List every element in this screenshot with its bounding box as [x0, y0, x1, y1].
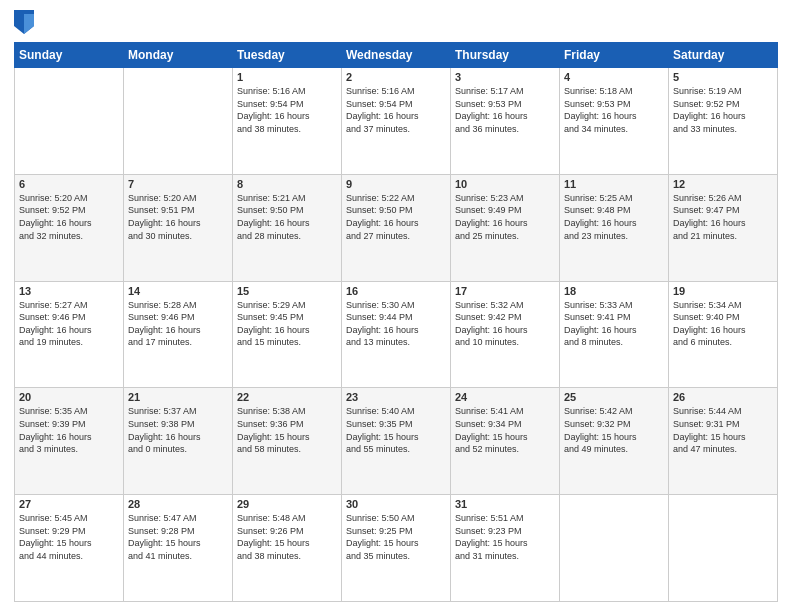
cell-content: Sunrise: 5:17 AM Sunset: 9:53 PM Dayligh… — [455, 85, 555, 135]
day-number: 26 — [673, 391, 773, 403]
calendar-header-row: SundayMondayTuesdayWednesdayThursdayFrid… — [15, 43, 778, 68]
day-number: 20 — [19, 391, 119, 403]
day-header-tuesday: Tuesday — [233, 43, 342, 68]
cell-content: Sunrise: 5:16 AM Sunset: 9:54 PM Dayligh… — [237, 85, 337, 135]
day-number: 2 — [346, 71, 446, 83]
calendar-cell: 2Sunrise: 5:16 AM Sunset: 9:54 PM Daylig… — [342, 68, 451, 175]
calendar-cell: 7Sunrise: 5:20 AM Sunset: 9:51 PM Daylig… — [124, 174, 233, 281]
day-number: 19 — [673, 285, 773, 297]
calendar-week-2: 6Sunrise: 5:20 AM Sunset: 9:52 PM Daylig… — [15, 174, 778, 281]
calendar-cell: 16Sunrise: 5:30 AM Sunset: 9:44 PM Dayli… — [342, 281, 451, 388]
cell-content: Sunrise: 5:18 AM Sunset: 9:53 PM Dayligh… — [564, 85, 664, 135]
cell-content: Sunrise: 5:16 AM Sunset: 9:54 PM Dayligh… — [346, 85, 446, 135]
day-number: 31 — [455, 498, 555, 510]
page: SundayMondayTuesdayWednesdayThursdayFrid… — [0, 0, 792, 612]
logo-icon — [14, 10, 34, 34]
calendar-cell: 1Sunrise: 5:16 AM Sunset: 9:54 PM Daylig… — [233, 68, 342, 175]
cell-content: Sunrise: 5:40 AM Sunset: 9:35 PM Dayligh… — [346, 405, 446, 455]
day-number: 8 — [237, 178, 337, 190]
day-number: 6 — [19, 178, 119, 190]
day-number: 16 — [346, 285, 446, 297]
calendar-cell: 24Sunrise: 5:41 AM Sunset: 9:34 PM Dayli… — [451, 388, 560, 495]
calendar-cell: 23Sunrise: 5:40 AM Sunset: 9:35 PM Dayli… — [342, 388, 451, 495]
day-number: 30 — [346, 498, 446, 510]
day-header-friday: Friday — [560, 43, 669, 68]
cell-content: Sunrise: 5:37 AM Sunset: 9:38 PM Dayligh… — [128, 405, 228, 455]
calendar-cell — [15, 68, 124, 175]
cell-content: Sunrise: 5:22 AM Sunset: 9:50 PM Dayligh… — [346, 192, 446, 242]
day-number: 18 — [564, 285, 664, 297]
cell-content: Sunrise: 5:44 AM Sunset: 9:31 PM Dayligh… — [673, 405, 773, 455]
day-number: 14 — [128, 285, 228, 297]
calendar-cell: 4Sunrise: 5:18 AM Sunset: 9:53 PM Daylig… — [560, 68, 669, 175]
calendar-cell: 11Sunrise: 5:25 AM Sunset: 9:48 PM Dayli… — [560, 174, 669, 281]
calendar-cell: 22Sunrise: 5:38 AM Sunset: 9:36 PM Dayli… — [233, 388, 342, 495]
cell-content: Sunrise: 5:48 AM Sunset: 9:26 PM Dayligh… — [237, 512, 337, 562]
cell-content: Sunrise: 5:38 AM Sunset: 9:36 PM Dayligh… — [237, 405, 337, 455]
cell-content: Sunrise: 5:21 AM Sunset: 9:50 PM Dayligh… — [237, 192, 337, 242]
day-number: 11 — [564, 178, 664, 190]
calendar-week-5: 27Sunrise: 5:45 AM Sunset: 9:29 PM Dayli… — [15, 495, 778, 602]
cell-content: Sunrise: 5:45 AM Sunset: 9:29 PM Dayligh… — [19, 512, 119, 562]
calendar-cell: 20Sunrise: 5:35 AM Sunset: 9:39 PM Dayli… — [15, 388, 124, 495]
day-number: 7 — [128, 178, 228, 190]
cell-content: Sunrise: 5:50 AM Sunset: 9:25 PM Dayligh… — [346, 512, 446, 562]
cell-content: Sunrise: 5:34 AM Sunset: 9:40 PM Dayligh… — [673, 299, 773, 349]
day-number: 27 — [19, 498, 119, 510]
calendar-cell: 6Sunrise: 5:20 AM Sunset: 9:52 PM Daylig… — [15, 174, 124, 281]
calendar-cell: 12Sunrise: 5:26 AM Sunset: 9:47 PM Dayli… — [669, 174, 778, 281]
calendar-cell — [669, 495, 778, 602]
day-header-sunday: Sunday — [15, 43, 124, 68]
calendar-week-3: 13Sunrise: 5:27 AM Sunset: 9:46 PM Dayli… — [15, 281, 778, 388]
calendar-cell: 28Sunrise: 5:47 AM Sunset: 9:28 PM Dayli… — [124, 495, 233, 602]
calendar-cell: 13Sunrise: 5:27 AM Sunset: 9:46 PM Dayli… — [15, 281, 124, 388]
day-header-saturday: Saturday — [669, 43, 778, 68]
day-number: 4 — [564, 71, 664, 83]
day-number: 10 — [455, 178, 555, 190]
day-number: 23 — [346, 391, 446, 403]
day-number: 22 — [237, 391, 337, 403]
calendar-cell: 9Sunrise: 5:22 AM Sunset: 9:50 PM Daylig… — [342, 174, 451, 281]
calendar-cell: 19Sunrise: 5:34 AM Sunset: 9:40 PM Dayli… — [669, 281, 778, 388]
cell-content: Sunrise: 5:20 AM Sunset: 9:51 PM Dayligh… — [128, 192, 228, 242]
cell-content: Sunrise: 5:20 AM Sunset: 9:52 PM Dayligh… — [19, 192, 119, 242]
day-number: 1 — [237, 71, 337, 83]
cell-content: Sunrise: 5:47 AM Sunset: 9:28 PM Dayligh… — [128, 512, 228, 562]
cell-content: Sunrise: 5:28 AM Sunset: 9:46 PM Dayligh… — [128, 299, 228, 349]
cell-content: Sunrise: 5:35 AM Sunset: 9:39 PM Dayligh… — [19, 405, 119, 455]
calendar-cell: 18Sunrise: 5:33 AM Sunset: 9:41 PM Dayli… — [560, 281, 669, 388]
calendar-table: SundayMondayTuesdayWednesdayThursdayFrid… — [14, 42, 778, 602]
day-header-monday: Monday — [124, 43, 233, 68]
day-number: 24 — [455, 391, 555, 403]
calendar-cell: 29Sunrise: 5:48 AM Sunset: 9:26 PM Dayli… — [233, 495, 342, 602]
calendar-cell: 21Sunrise: 5:37 AM Sunset: 9:38 PM Dayli… — [124, 388, 233, 495]
day-header-thursday: Thursday — [451, 43, 560, 68]
calendar-cell — [124, 68, 233, 175]
day-number: 13 — [19, 285, 119, 297]
cell-content: Sunrise: 5:29 AM Sunset: 9:45 PM Dayligh… — [237, 299, 337, 349]
calendar-cell: 30Sunrise: 5:50 AM Sunset: 9:25 PM Dayli… — [342, 495, 451, 602]
day-number: 3 — [455, 71, 555, 83]
calendar-cell: 26Sunrise: 5:44 AM Sunset: 9:31 PM Dayli… — [669, 388, 778, 495]
cell-content: Sunrise: 5:32 AM Sunset: 9:42 PM Dayligh… — [455, 299, 555, 349]
svg-marker-1 — [24, 14, 34, 34]
cell-content: Sunrise: 5:23 AM Sunset: 9:49 PM Dayligh… — [455, 192, 555, 242]
calendar-cell: 14Sunrise: 5:28 AM Sunset: 9:46 PM Dayli… — [124, 281, 233, 388]
cell-content: Sunrise: 5:42 AM Sunset: 9:32 PM Dayligh… — [564, 405, 664, 455]
calendar-cell: 5Sunrise: 5:19 AM Sunset: 9:52 PM Daylig… — [669, 68, 778, 175]
calendar-cell: 8Sunrise: 5:21 AM Sunset: 9:50 PM Daylig… — [233, 174, 342, 281]
calendar-cell: 25Sunrise: 5:42 AM Sunset: 9:32 PM Dayli… — [560, 388, 669, 495]
cell-content: Sunrise: 5:33 AM Sunset: 9:41 PM Dayligh… — [564, 299, 664, 349]
header — [14, 10, 778, 34]
cell-content: Sunrise: 5:51 AM Sunset: 9:23 PM Dayligh… — [455, 512, 555, 562]
calendar-cell: 31Sunrise: 5:51 AM Sunset: 9:23 PM Dayli… — [451, 495, 560, 602]
logo — [14, 10, 38, 34]
day-number: 5 — [673, 71, 773, 83]
calendar-cell: 27Sunrise: 5:45 AM Sunset: 9:29 PM Dayli… — [15, 495, 124, 602]
cell-content: Sunrise: 5:30 AM Sunset: 9:44 PM Dayligh… — [346, 299, 446, 349]
day-number: 25 — [564, 391, 664, 403]
calendar-cell: 3Sunrise: 5:17 AM Sunset: 9:53 PM Daylig… — [451, 68, 560, 175]
day-number: 9 — [346, 178, 446, 190]
day-number: 15 — [237, 285, 337, 297]
day-number: 17 — [455, 285, 555, 297]
